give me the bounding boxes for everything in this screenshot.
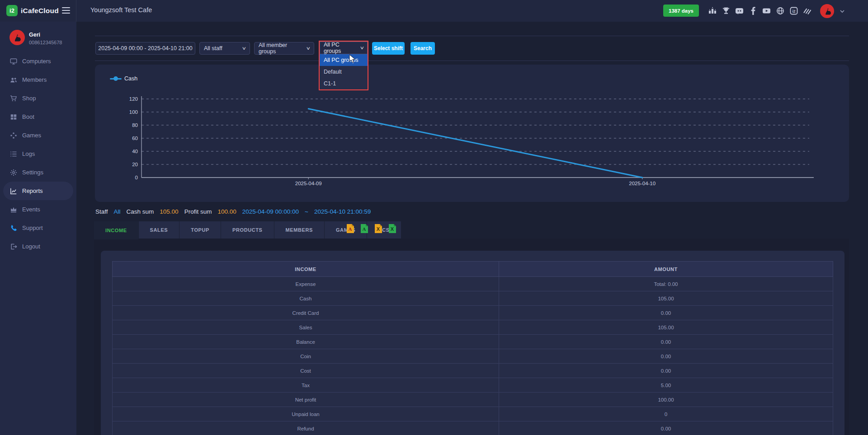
icafecloud-logo-icon: i2	[6, 5, 18, 16]
table-row: Refund0.00	[113, 421, 833, 435]
sidebar-item-logs[interactable]: Logs	[3, 145, 73, 163]
windows-icon	[10, 113, 17, 121]
sidebar-item-events[interactable]: Events	[3, 200, 73, 219]
chart-legend[interactable]: Cash	[110, 75, 137, 82]
date-range-input[interactable]: 2025-04-09 00:00 - 2025-04-10 21:00	[95, 42, 195, 55]
staff-label: Staff	[95, 208, 108, 215]
subscription-days-badge[interactable]: 1387 days	[663, 5, 699, 17]
profit-sum-value: 100.00	[217, 208, 236, 215]
row-value: 100.00	[499, 393, 833, 407]
ranking-icon[interactable]	[708, 7, 717, 15]
table-row: Credit Card0.00	[113, 306, 833, 320]
table-row: ExpenseTotal: 0.00	[113, 277, 833, 291]
sidebar-item-games[interactable]: Games	[3, 126, 73, 145]
cash-line-chart: 0204060801001202025-04-092025-04-10	[95, 65, 849, 202]
range-start: 2025-04-09 00:00:00	[242, 208, 299, 215]
tab-income[interactable]: INCOME	[94, 221, 139, 239]
excel-export-yellow-icon[interactable]: X	[374, 224, 382, 234]
user-avatar[interactable]	[820, 4, 834, 18]
top-icon-row: i2	[708, 0, 844, 22]
svg-text:A: A	[363, 226, 366, 232]
cash-sum-value: 105.00	[160, 208, 178, 215]
tab-products[interactable]: PRODUCTS	[221, 221, 274, 239]
member-groups-select[interactable]: All member groups˅	[254, 42, 314, 55]
legend-label: Cash	[124, 75, 137, 82]
table-row: Tax5.00	[113, 378, 833, 393]
hamburger-menu-icon[interactable]	[62, 7, 70, 14]
row-value: 0.00	[499, 306, 833, 320]
logout-icon	[10, 243, 17, 250]
user-name: Geri	[29, 32, 40, 38]
tab-topup[interactable]: TOPUP	[179, 221, 221, 239]
pdf-export-yellow-icon[interactable]: A	[346, 224, 354, 234]
staff-select[interactable]: All staff˅	[199, 42, 250, 55]
legend-line-icon	[110, 78, 122, 80]
row-label: Unpaid loan	[113, 407, 499, 421]
members-icon	[10, 76, 17, 84]
sidebar-item-boot[interactable]: Boot	[3, 108, 73, 126]
excel-export-green-icon[interactable]: X	[388, 224, 396, 234]
sidebar-item-settings[interactable]: Settings	[3, 163, 73, 182]
column-header-amount: AMOUNT	[499, 262, 833, 277]
sidebar-item-shop[interactable]: Shop	[3, 89, 73, 108]
row-label: Cost	[113, 364, 499, 378]
row-label: Coin	[113, 349, 499, 364]
sidebar-item-label: Members	[22, 76, 47, 83]
top-bar: i2 iCafeCloud Youngzsoft Test Cafe 1387 …	[0, 0, 868, 22]
table-row: Coin0.00	[113, 349, 833, 364]
search-button[interactable]: Search	[410, 42, 435, 55]
user-phone: 008612345678	[29, 40, 62, 45]
pdf-export-green-icon[interactable]: A	[360, 224, 368, 234]
sidebar-item-reports[interactable]: Reports	[3, 182, 73, 200]
sidebar-item-logout[interactable]: Logout	[3, 237, 73, 256]
pc-groups-select[interactable]: All PC groups˅	[320, 42, 368, 54]
pc-group-option-c1-1[interactable]: C1-1	[320, 78, 368, 89]
member-groups-value: All member groups	[259, 42, 303, 55]
legend-dot-icon	[113, 76, 118, 81]
row-label: Refund	[113, 421, 499, 435]
select-shift-button[interactable]: Select shift	[372, 42, 405, 55]
sidebar-item-label: Events	[22, 206, 40, 213]
layers-icon[interactable]	[803, 7, 811, 15]
facebook-icon[interactable]	[749, 7, 757, 15]
sidebar-item-label: Shop	[22, 95, 36, 102]
discord-icon[interactable]	[735, 7, 744, 15]
row-value: 0.00	[499, 335, 833, 349]
icafecloud-icon[interactable]: i2	[789, 7, 798, 15]
trophy-icon[interactable]	[722, 7, 730, 15]
row-label: Credit Card	[113, 306, 499, 320]
svg-text:100: 100	[129, 109, 138, 115]
monitor-icon	[10, 58, 17, 65]
chevron-down-icon[interactable]	[840, 7, 844, 15]
tab-sales[interactable]: SALES	[139, 221, 180, 239]
pc-group-option-all[interactable]: All PC groups	[320, 54, 368, 66]
sidebar-item-support[interactable]: Support	[3, 219, 73, 237]
row-label: Tax	[113, 378, 499, 393]
gamepad-icon	[10, 132, 17, 139]
row-label: Net profit	[113, 393, 499, 407]
sidebar-item-computers[interactable]: Computers	[3, 52, 73, 70]
svg-text:0: 0	[135, 175, 138, 180]
sidebar-item-label: Reports	[22, 187, 43, 194]
svg-text:60: 60	[132, 136, 138, 141]
globe-icon[interactable]	[776, 7, 784, 15]
row-value: 105.00	[499, 291, 833, 306]
sidebar-item-label: Logout	[22, 243, 40, 250]
sidebar-item-members[interactable]: Members	[3, 70, 73, 89]
pc-group-option-default[interactable]: Default	[320, 66, 368, 78]
brand-logo[interactable]: i2 iCafeCloud	[6, 5, 59, 16]
sidebar-nav: Computers Members Shop Boot Games Logs S…	[0, 52, 76, 256]
row-value: 105.00	[499, 320, 833, 335]
sidebar-item-label: Games	[22, 132, 41, 139]
staff-value[interactable]: All	[114, 208, 121, 215]
svg-text:X: X	[377, 226, 380, 232]
chevron-down-icon: ˅	[307, 46, 310, 51]
divider	[95, 36, 849, 36]
youtube-icon[interactable]	[762, 7, 771, 15]
range-end: 2025-04-10 21:00:59	[314, 208, 371, 215]
svg-text:A: A	[349, 226, 352, 232]
table-row: Cash105.00	[113, 291, 833, 306]
avatar[interactable]	[9, 30, 25, 45]
logo-zone: i2 iCafeCloud	[0, 0, 76, 22]
tab-members[interactable]: MEMBERS	[274, 221, 325, 239]
